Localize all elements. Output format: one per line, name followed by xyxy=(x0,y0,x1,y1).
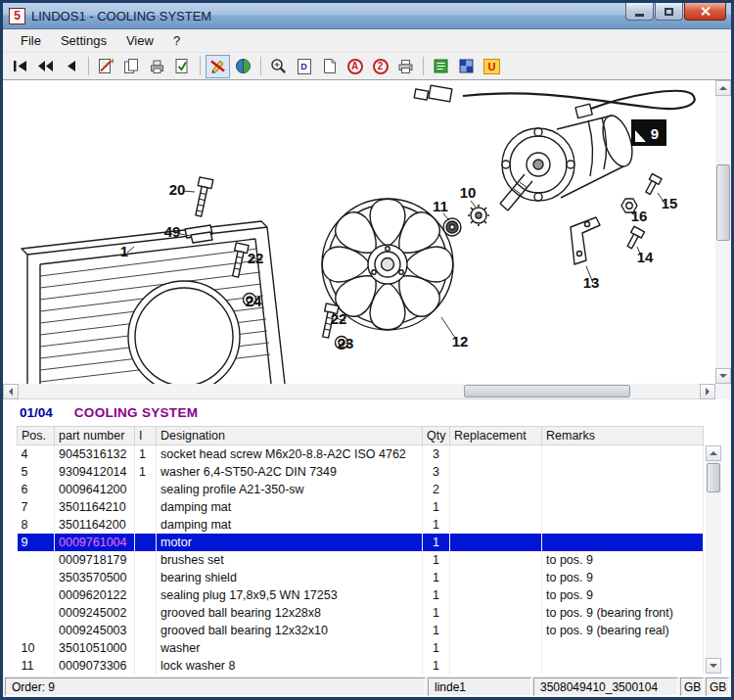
screw-22a xyxy=(229,243,249,278)
column-header-part-number[interactable]: part number xyxy=(55,427,135,445)
table-vertical-scrollbar[interactable] xyxy=(706,445,721,674)
table-row[interactable]: 8 3501164200 damping mat 1 xyxy=(18,516,704,534)
table-row[interactable]: 6 0009641200 sealing profile A21-350-sw … xyxy=(18,481,704,498)
maximize-button[interactable] xyxy=(655,3,683,21)
diagram-part-label[interactable]: 10 xyxy=(460,184,477,201)
document-blank-button[interactable] xyxy=(317,55,342,78)
scroll-down-button[interactable] xyxy=(706,658,721,674)
diagram-part-label[interactable]: 22 xyxy=(248,250,264,266)
cell-remarks: to pos. 9 (bearing real) xyxy=(542,622,704,639)
table-row[interactable]: 0009245003 grooved ball bearing 12x32x10… xyxy=(18,622,704,639)
table-row[interactable]: 4 9045316132 1 socket head screw M6x20-8… xyxy=(18,445,704,464)
column-header-replacement[interactable]: Replacement xyxy=(450,427,542,445)
menu-help[interactable]: ? xyxy=(163,30,190,51)
cell-pos xyxy=(18,551,55,569)
cell-remarks xyxy=(542,481,704,498)
table-row[interactable]: 9 0009761004 motor 1 xyxy=(18,534,704,551)
circle-a-button[interactable]: A xyxy=(343,55,367,78)
diagram-part-label[interactable]: 22 xyxy=(331,310,347,327)
exploded-diagram[interactable]: 2049122242223111012131416159 xyxy=(3,80,715,384)
globe-button[interactable] xyxy=(231,55,255,78)
menu-view[interactable]: View xyxy=(116,30,163,51)
menu-settings[interactable]: Settings xyxy=(51,30,116,51)
copy-documents-icon xyxy=(123,58,140,74)
diagram-part-label[interactable]: 14 xyxy=(637,249,654,265)
column-header-pos[interactable]: Pos. xyxy=(18,427,55,445)
cell-i xyxy=(135,639,157,657)
column-header-qty[interactable]: Qty xyxy=(423,427,450,445)
diagram-vertical-scrollbar[interactable] xyxy=(715,80,731,384)
table-row[interactable]: 0009718179 brushes set 1 to pos. 9 xyxy=(18,551,704,569)
scroll-right-button[interactable] xyxy=(700,384,715,399)
diagram-horizontal-scrollbar[interactable] xyxy=(3,384,731,399)
cell-i xyxy=(135,516,157,534)
scroll-down-button[interactable] xyxy=(715,368,731,384)
scrollbar-track[interactable] xyxy=(715,96,731,368)
u-badge-button[interactable]: U xyxy=(480,55,504,78)
diagram-part-label[interactable]: 23 xyxy=(338,335,354,351)
cell-pos xyxy=(18,604,55,622)
table-row[interactable]: 0009245002 grooved ball bearing 12x28x8 … xyxy=(18,604,704,622)
cell-qty: 1 xyxy=(423,498,450,516)
nav-first-button[interactable] xyxy=(8,55,32,78)
notes-button[interactable] xyxy=(429,55,453,78)
diagram-part-label[interactable]: 15 xyxy=(662,195,678,211)
column-header-i[interactable]: I xyxy=(135,427,157,445)
copy-documents-button[interactable] xyxy=(119,55,144,78)
diagram-part-label[interactable]: 1 xyxy=(120,243,128,259)
diagram-area[interactable]: 2049122242223111012131416159 xyxy=(3,80,731,384)
table-row[interactable]: 11 0009073306 lock washer 8 1 xyxy=(18,657,704,675)
cell-pos: 7 xyxy=(18,498,55,516)
diagram-part-label[interactable]: 11 xyxy=(433,198,448,214)
diagram-part-label[interactable]: 20 xyxy=(169,181,186,198)
diagram-part-label[interactable]: 12 xyxy=(452,333,469,350)
scroll-left-button[interactable] xyxy=(3,384,19,399)
column-header-designation[interactable]: Designation xyxy=(157,427,423,445)
scrollbar-track[interactable] xyxy=(706,461,721,658)
diagram-part-label[interactable]: 49 xyxy=(164,223,181,240)
nav-prev-fast-button[interactable] xyxy=(33,55,58,78)
cell-designation: sealing profile A21-350-sw xyxy=(157,481,423,498)
marker-pen-toggle-button[interactable] xyxy=(206,55,230,78)
diagram-part-label[interactable]: 9 xyxy=(651,125,659,142)
mosaic-button[interactable] xyxy=(454,55,479,78)
cell-i xyxy=(135,586,157,604)
toolbar: D A 2 U xyxy=(3,53,731,80)
document-d-button[interactable]: D xyxy=(292,55,316,78)
table-row[interactable]: 7 3501164210 damping mat 1 xyxy=(18,498,704,516)
title-bar[interactable]: 5 LINDOS1 - COOLING SYSTEM xyxy=(3,3,731,29)
table-row[interactable]: 10 3501051000 washer 1 xyxy=(18,639,704,657)
diagram-part-label[interactable]: 16 xyxy=(631,208,648,224)
cell-pos: 8 xyxy=(18,516,55,534)
scroll-up-button[interactable] xyxy=(715,80,731,96)
column-header-remarks[interactable]: Remarks xyxy=(542,427,704,445)
zoom-button[interactable] xyxy=(266,55,291,78)
diagram-part-label[interactable]: 13 xyxy=(583,274,600,291)
menu-bar: File Settings View ? xyxy=(3,29,731,53)
parts-table-body: 4 9045316132 1 socket head screw M6x20-8… xyxy=(18,445,704,676)
nav-prev-button[interactable] xyxy=(59,55,83,78)
scrollbar-track[interactable] xyxy=(19,384,700,398)
app-window: 5 LINDOS1 - COOLING SYSTEM File Settings… xyxy=(0,0,734,700)
diagram-part-label[interactable]: 24 xyxy=(246,293,262,309)
edit-document-button[interactable] xyxy=(94,55,118,78)
cell-designation: socket head screw M6x20-8.8-A2C ISO 4762 xyxy=(157,445,423,464)
scrollbar-thumb[interactable] xyxy=(716,164,730,241)
minimize-icon xyxy=(635,14,644,17)
menu-file[interactable]: File xyxy=(11,30,51,51)
scrollbar-thumb[interactable] xyxy=(464,385,630,397)
table-row[interactable]: 5 9309412014 1 washer 6,4-ST50-A2C DIN 7… xyxy=(18,463,704,481)
table-row[interactable]: 0009620122 sealing plug 17,8x9,5 WN 1725… xyxy=(18,586,704,604)
circle-2-button[interactable]: 2 xyxy=(368,55,392,78)
printer-small-button[interactable] xyxy=(145,55,169,78)
minimize-button[interactable] xyxy=(625,3,654,21)
print-button[interactable] xyxy=(393,55,418,78)
u-badge-glyph: U xyxy=(488,61,496,72)
scroll-up-button[interactable] xyxy=(706,445,721,461)
status-user: linde1 xyxy=(428,677,531,696)
close-button[interactable] xyxy=(684,3,726,21)
check-document-button[interactable] xyxy=(170,55,195,78)
scrollbar-thumb[interactable] xyxy=(707,463,720,492)
cell-pos: 11 xyxy=(18,657,55,675)
table-row[interactable]: 3503570500 bearing shield 1 to pos. 9 xyxy=(18,569,704,586)
